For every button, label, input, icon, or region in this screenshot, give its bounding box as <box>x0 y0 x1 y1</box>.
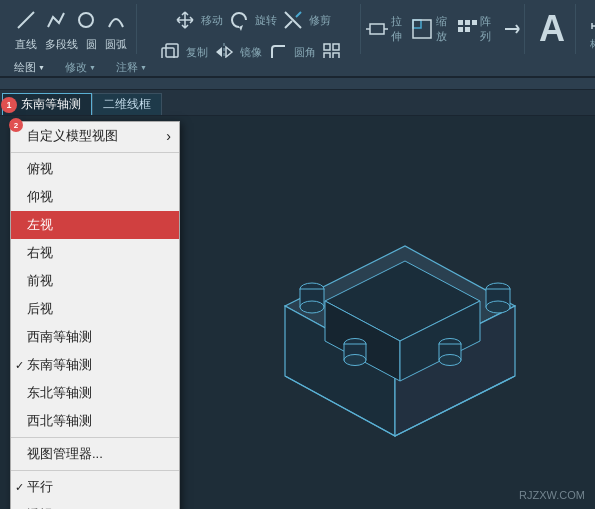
svg-line-0 <box>18 12 34 28</box>
annotation-tab-label: 注释 <box>116 60 138 75</box>
dim-section: 标注 <box>580 4 595 54</box>
menu-sep-2 <box>11 437 179 438</box>
svg-marker-9 <box>216 47 222 57</box>
menu-custom-view-label: 自定义模型视图 <box>27 127 118 145</box>
svg-point-55 <box>439 355 461 366</box>
tab-indicator-1: 1 <box>1 97 17 113</box>
draw-tab-label: 绘图 <box>14 60 36 75</box>
line-text: 直线 <box>15 37 37 52</box>
extend-tool[interactable] <box>500 15 523 43</box>
svg-marker-2 <box>239 25 243 31</box>
annotation-tab[interactable]: 注释 ▼ <box>108 60 155 75</box>
menu-back-label: 后视 <box>27 300 53 318</box>
menu-parallel-label: 平行 <box>27 478 53 496</box>
menu-left[interactable]: 左视 <box>11 211 179 239</box>
view-tabs: 1 东南等轴测 二维线框 <box>0 90 595 116</box>
menu-sw-iso[interactable]: 西南等轴测 <box>11 323 179 351</box>
tab-2d-wireframe-label: 二维线框 <box>103 96 151 113</box>
tab-se-isometric-label: 东南等轴测 <box>21 96 81 113</box>
svg-marker-10 <box>226 47 232 57</box>
line-label[interactable]: 直线 <box>12 36 40 53</box>
stretch-tool[interactable] <box>366 15 389 43</box>
array-label: 阵列 <box>480 14 498 44</box>
menu-top-label: 俯视 <box>27 160 53 178</box>
svg-point-58 <box>344 355 366 366</box>
svg-line-5 <box>296 12 301 17</box>
polyline-label[interactable]: 多段线 <box>42 36 81 53</box>
menu-bottom-label: 仰视 <box>27 188 53 206</box>
scale-tool[interactable] <box>411 15 434 43</box>
svg-rect-22 <box>472 20 477 25</box>
modify-caret: ▼ <box>89 64 96 71</box>
linear-dim-icon[interactable] <box>586 7 595 35</box>
menu-bottom[interactable]: 仰视 <box>11 183 179 211</box>
draw-tab[interactable]: 绘图 ▼ <box>6 60 53 75</box>
menu-nw-iso[interactable]: 西北等轴测 <box>11 407 179 435</box>
move-tool[interactable] <box>171 6 199 34</box>
menu-view-manager-label: 视图管理器... <box>27 445 103 463</box>
svg-rect-7 <box>166 44 178 57</box>
main-area: 自定义模型视图 2 俯视 仰视 左视 右视 前视 后视 西南等轴测 东南等轴测 … <box>0 116 595 509</box>
scale-label: 缩放 <box>436 14 454 44</box>
draw-caret: ▼ <box>38 64 45 71</box>
svg-rect-12 <box>333 44 339 50</box>
circle-label[interactable]: 圆 <box>83 36 100 53</box>
svg-rect-18 <box>413 20 421 28</box>
toolbar-row1: 直线 多段线 圆 圆弧 移动 旋转 修剪 <box>0 0 595 58</box>
array-tool[interactable] <box>455 15 478 43</box>
modify-tab[interactable]: 修改 ▼ <box>57 60 104 75</box>
menu-ne-iso-label: 东北等轴测 <box>27 384 92 402</box>
menu-badge-2: 2 <box>9 118 23 132</box>
modify-tab-label: 修改 <box>65 60 87 75</box>
svg-rect-23 <box>458 27 463 32</box>
toolbar: 直线 多段线 圆 圆弧 移动 旋转 修剪 <box>0 0 595 90</box>
tab-2d-wireframe[interactable]: 二维线框 <box>92 93 162 115</box>
menu-right[interactable]: 右视 <box>11 239 179 267</box>
menu-back[interactable]: 后视 <box>11 295 179 323</box>
polyline-tool[interactable] <box>42 6 70 34</box>
toolbar-labels: 绘图 ▼ 修改 ▼ 注释 ▼ <box>0 58 595 78</box>
menu-se-iso-label: 东南等轴测 <box>27 356 92 374</box>
move-label: 移动 <box>201 13 223 28</box>
circle-text: 圆 <box>86 37 97 52</box>
annotation-caret: ▼ <box>140 64 147 71</box>
menu-perspective[interactable]: 透视 <box>11 501 179 509</box>
menu-front-label: 前视 <box>27 272 53 290</box>
menu-top[interactable]: 俯视 <box>11 155 179 183</box>
menu-sw-iso-label: 西南等轴测 <box>27 328 92 346</box>
svg-point-1 <box>79 13 93 27</box>
svg-rect-21 <box>465 20 470 25</box>
menu-sep-3 <box>11 470 179 471</box>
svg-rect-19 <box>413 20 431 38</box>
menu-front[interactable]: 前视 <box>11 267 179 295</box>
dim-label: 标注 <box>590 37 595 51</box>
trim-label: 修剪 <box>309 13 331 28</box>
circle-tool[interactable] <box>72 6 100 34</box>
text-section: A <box>529 4 576 54</box>
svg-rect-15 <box>370 24 384 34</box>
svg-rect-20 <box>458 20 463 25</box>
menu-left-label: 左视 <box>27 216 53 234</box>
rotate-label: 旋转 <box>255 13 277 28</box>
trim-tool[interactable] <box>279 6 307 34</box>
menu-se-iso[interactable]: 东南等轴测 <box>11 351 179 379</box>
polyline-text: 多段线 <box>45 37 78 52</box>
rotate-tool[interactable] <box>225 6 253 34</box>
menu-custom-view[interactable]: 自定义模型视图 2 <box>11 122 179 150</box>
svg-line-4 <box>285 21 292 28</box>
menu-ne-iso[interactable]: 东北等轴测 <box>11 379 179 407</box>
menu-nw-iso-label: 西北等轴测 <box>27 412 92 430</box>
3d-model <box>225 126 575 486</box>
tab-se-isometric[interactable]: 1 东南等轴测 <box>2 93 92 115</box>
modify-section-bottom: 拉伸 缩放 阵列 <box>365 4 525 54</box>
arc-tool[interactable] <box>102 6 130 34</box>
draw-section: 直线 多段线 圆 圆弧 <box>6 4 137 54</box>
text-icon[interactable]: A <box>539 11 565 47</box>
menu-view-manager[interactable]: 视图管理器... <box>11 440 179 468</box>
menu-parallel[interactable]: 平行 <box>11 473 179 501</box>
line-tool[interactable] <box>12 6 40 34</box>
svg-rect-11 <box>324 44 330 50</box>
menu-right-label: 右视 <box>27 244 53 262</box>
arc-label[interactable]: 圆弧 <box>102 36 130 53</box>
svg-rect-24 <box>465 27 470 32</box>
